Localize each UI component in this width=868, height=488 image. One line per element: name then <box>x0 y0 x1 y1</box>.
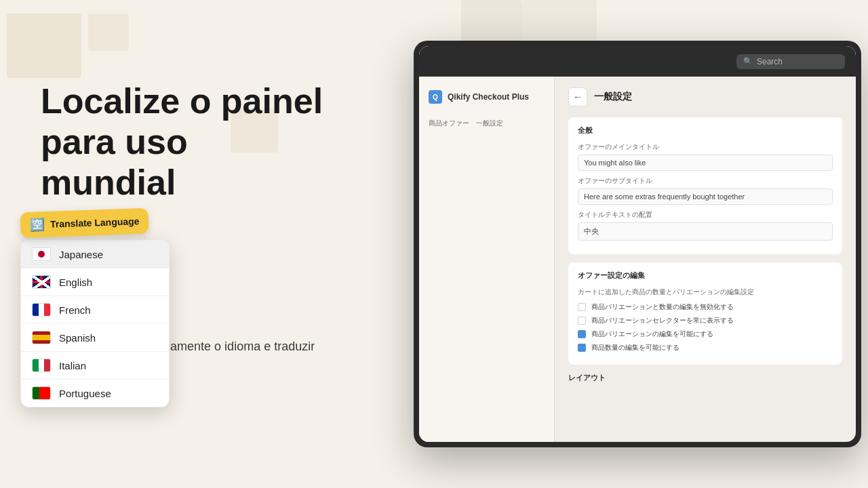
flag-japanese <box>32 247 51 261</box>
general-label: 全般 <box>578 125 833 136</box>
checkbox-row-2[interactable]: 商品バリエーションセレクターを常に表示する <box>578 316 833 325</box>
translate-badge-text: Translate Language <box>50 216 140 230</box>
main-heading: Localize o painel para uso mundial <box>41 81 353 203</box>
layout-label: レイアウト <box>568 373 842 383</box>
search-icon: 🔍 <box>743 57 753 66</box>
sidebar: Q Qikify Checkout Plus 商品オファー 一般設定 <box>419 77 555 442</box>
lang-name-portuguese: Portuguese <box>59 388 111 399</box>
breadcrumb: 商品オファー 一般設定 <box>419 115 554 132</box>
lang-item-portuguese[interactable]: Portuguese <box>21 380 169 407</box>
tablet-mockup: 🔍 Search Q Qikify Checkout Plus 商品オファー 一… <box>414 41 861 447</box>
flag-english <box>32 275 51 289</box>
lang-item-spanish[interactable]: Spanish <box>21 324 169 352</box>
main-title-label: オファーのメインタイトル <box>578 142 833 152</box>
checkbox-label-4: 商品数量の編集を可能にする <box>591 343 679 352</box>
heading-line2: para uso <box>41 122 188 161</box>
lang-name-spanish: Spanish <box>59 332 96 344</box>
sub-title-value: Here are some extras frequently bought t… <box>578 188 833 205</box>
tablet-screen: 🔍 Search Q Qikify Checkout Plus 商品オファー 一… <box>419 46 856 442</box>
checkbox-label-1: 商品バリエーションと数量の編集を無効化する <box>591 302 734 312</box>
checkbox-1[interactable] <box>578 303 586 311</box>
app-logo-icon: Q <box>429 90 442 104</box>
edit-label: オファー設定の編集 <box>578 270 833 281</box>
sidebar-logo: Q Qikify Checkout Plus <box>419 85 554 109</box>
heading-line3: mundial <box>41 163 176 202</box>
app-name: Qikify Checkout Plus <box>448 92 529 102</box>
general-section: 全般 オファーのメインタイトル You might also like オファー… <box>568 117 842 254</box>
lang-item-english[interactable]: English <box>21 268 169 296</box>
translate-overlay: 🈳 Translate Language Japanese English <box>20 210 170 407</box>
checkbox-2[interactable] <box>578 317 586 325</box>
app-content: Q Qikify Checkout Plus 商品オファー 一般設定 ← 一般設… <box>419 77 856 442</box>
lang-item-italian[interactable]: Italian <box>21 352 169 380</box>
flag-french <box>32 303 51 317</box>
edit-section: オファー設定の編集 カートに追加した商品の数量とバリエーションの編集設定 商品バ… <box>568 262 842 365</box>
tablet-topbar: 🔍 Search <box>419 46 856 77</box>
search-bar[interactable]: 🔍 Search <box>736 54 845 69</box>
align-label: タイトルテキストの配置 <box>578 210 833 220</box>
heading-line1: Localize o painel <box>41 81 323 121</box>
flag-spanish <box>32 331 51 344</box>
settings-title: 一般設定 <box>594 91 632 103</box>
checkbox-row-1[interactable]: 商品バリエーションと数量の編集を無効化する <box>578 302 833 312</box>
checkbox-label-2: 商品バリエーションセレクターを常に表示する <box>591 316 734 325</box>
lang-item-french[interactable]: French <box>21 296 169 324</box>
lang-name-italian: Italian <box>59 360 86 371</box>
search-input: Search <box>757 57 783 66</box>
main-area: ← 一般設定 全般 オファーのメインタイトル You might also li… <box>555 77 856 442</box>
lang-item-japanese[interactable]: Japanese <box>21 241 169 268</box>
checkbox-label-3: 商品バリエーションの編集を可能にする <box>591 329 713 339</box>
back-button[interactable]: ← <box>568 87 587 106</box>
lang-name-french: French <box>59 304 91 316</box>
translate-icon: 🈳 <box>30 217 45 232</box>
checkbox-row-4[interactable]: 商品数量の編集を可能にする <box>578 343 833 352</box>
checkbox-row-3[interactable]: 商品バリエーションの編集を可能にする <box>578 329 833 339</box>
back-header: ← 一般設定 <box>568 87 842 106</box>
lang-name-japanese: Japanese <box>59 249 103 260</box>
flag-italian <box>32 359 51 372</box>
checkbox-3[interactable] <box>578 330 586 338</box>
lang-name-english: English <box>59 277 92 288</box>
edit-desc: カートに追加した商品の数量とバリエーションの編集設定 <box>578 287 833 297</box>
flag-portuguese <box>32 386 51 400</box>
language-list: Japanese English French <box>20 240 170 407</box>
translate-badge: 🈳 Translate Language <box>20 208 149 239</box>
sub-title-label: オファーのサブタイトル <box>578 176 833 186</box>
checkbox-4[interactable] <box>578 344 586 352</box>
align-value: 中央 <box>578 222 833 241</box>
right-panel: 🔍 Search Q Qikify Checkout Plus 商品オファー 一… <box>373 0 868 488</box>
main-title-value: You might also like <box>578 155 833 171</box>
